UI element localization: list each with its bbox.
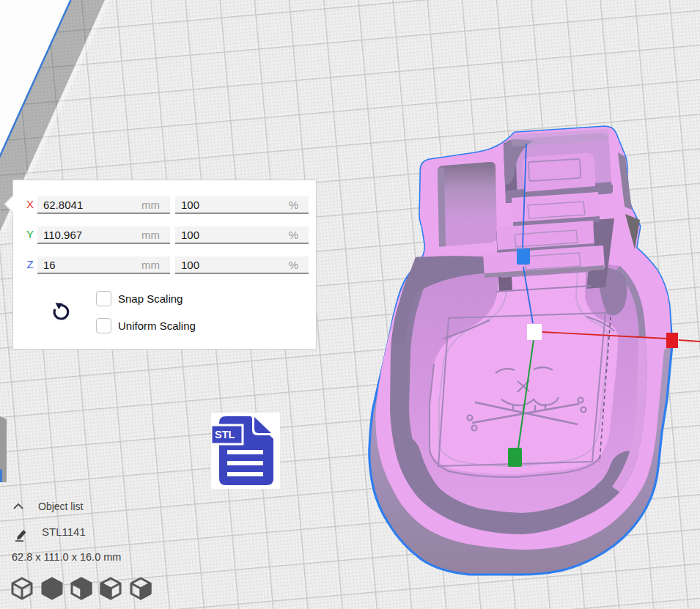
svg-text:STL: STL	[215, 429, 235, 440]
